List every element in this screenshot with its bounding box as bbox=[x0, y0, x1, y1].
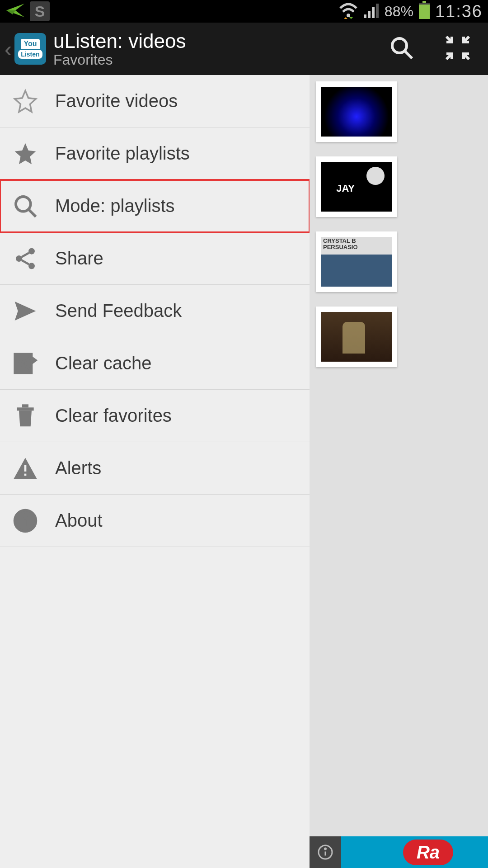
s-app-icon: S bbox=[30, 1, 50, 21]
svg-point-21 bbox=[16, 255, 22, 262]
menu-label: Send Feedback bbox=[55, 301, 182, 321]
svg-rect-11 bbox=[419, 5, 430, 19]
battery-percent: 88% bbox=[385, 3, 413, 20]
svg-point-35 bbox=[24, 514, 27, 517]
menu-label: Clear cache bbox=[55, 353, 151, 373]
star-icon bbox=[13, 141, 48, 166]
svg-point-22 bbox=[28, 263, 35, 269]
video-card[interactable] bbox=[316, 156, 397, 217]
svg-point-12 bbox=[392, 38, 407, 53]
content-area: Favorite videos Favorite playlists Mode:… bbox=[0, 75, 488, 868]
svg-rect-32 bbox=[24, 473, 27, 476]
share-icon bbox=[13, 246, 48, 271]
menu-label: Favorite videos bbox=[55, 91, 178, 111]
svg-rect-9 bbox=[422, 1, 426, 3]
battery-icon bbox=[418, 1, 431, 22]
thumbnail-image bbox=[321, 312, 392, 362]
ad-info-icon[interactable] bbox=[310, 836, 341, 868]
svg-marker-3 bbox=[344, 17, 347, 19]
paper-plane-icon bbox=[5, 3, 25, 20]
menu-clear-cache[interactable]: Clear cache bbox=[0, 337, 310, 390]
page-subtitle: Favorites bbox=[53, 52, 389, 68]
status-bar: S 88% 11:36 bbox=[0, 0, 488, 23]
thumbnail-image bbox=[321, 162, 392, 212]
drawer-menu: Favorite videos Favorite playlists Mode:… bbox=[0, 75, 310, 868]
svg-point-20 bbox=[28, 248, 35, 254]
menu-share[interactable]: Share bbox=[0, 232, 310, 285]
svg-rect-8 bbox=[376, 4, 379, 18]
svg-line-13 bbox=[405, 51, 412, 58]
back-icon[interactable]: ‹ bbox=[5, 37, 14, 61]
video-card[interactable] bbox=[316, 81, 397, 142]
menu-favorite-playlists[interactable]: Favorite playlists bbox=[0, 127, 310, 180]
collapse-icon[interactable] bbox=[446, 36, 470, 62]
scissors-icon bbox=[13, 351, 48, 376]
svg-line-23 bbox=[22, 253, 29, 257]
thumbnail-image bbox=[321, 87, 392, 137]
action-bar: ‹ You Listen uListen: videos Favorites bbox=[0, 23, 488, 75]
menu-label: Alerts bbox=[55, 458, 101, 478]
svg-point-26 bbox=[19, 361, 23, 365]
menu-label: Clear favorites bbox=[55, 406, 172, 426]
video-thumbnails-column: Ra bbox=[310, 75, 488, 868]
svg-rect-6 bbox=[368, 11, 371, 18]
menu-send-feedback[interactable]: Send Feedback bbox=[0, 285, 310, 337]
svg-marker-1 bbox=[6, 10, 15, 14]
ad-banner[interactable]: Ra bbox=[310, 836, 488, 868]
menu-label: Mode: playlists bbox=[55, 196, 175, 216]
svg-point-38 bbox=[325, 848, 326, 849]
search-icon bbox=[13, 193, 48, 219]
svg-rect-7 bbox=[372, 7, 375, 18]
menu-about[interactable]: About bbox=[0, 495, 310, 547]
menu-label: Favorite playlists bbox=[55, 143, 190, 164]
app-icon[interactable]: You Listen bbox=[14, 33, 46, 65]
send-icon bbox=[13, 298, 48, 324]
menu-favorite-videos[interactable]: Favorite videos bbox=[0, 75, 310, 127]
menu-mode-playlists[interactable]: Mode: playlists bbox=[0, 180, 310, 232]
page-title: uListen: videos bbox=[53, 30, 389, 52]
svg-rect-5 bbox=[364, 14, 366, 18]
svg-rect-30 bbox=[22, 404, 28, 407]
svg-rect-31 bbox=[24, 465, 27, 472]
info-icon bbox=[13, 508, 48, 533]
svg-line-24 bbox=[22, 260, 29, 264]
svg-rect-29 bbox=[17, 407, 33, 410]
wifi-icon bbox=[338, 2, 358, 21]
svg-marker-4 bbox=[349, 17, 353, 19]
menu-label: About bbox=[55, 510, 103, 531]
alert-icon bbox=[13, 456, 48, 481]
svg-line-19 bbox=[28, 209, 36, 217]
signal-icon bbox=[363, 2, 380, 21]
ad-text: Ra bbox=[403, 840, 453, 865]
trash-icon bbox=[13, 403, 48, 429]
svg-point-2 bbox=[347, 14, 350, 17]
menu-clear-favorites[interactable]: Clear favorites bbox=[0, 390, 310, 442]
clock: 11:36 bbox=[435, 2, 483, 21]
menu-label: Share bbox=[55, 248, 103, 269]
video-card[interactable] bbox=[316, 231, 397, 292]
thumbnail-image bbox=[321, 237, 392, 287]
search-icon[interactable] bbox=[389, 36, 414, 62]
star-outline-icon bbox=[13, 89, 48, 114]
svg-point-18 bbox=[16, 197, 31, 212]
menu-alerts[interactable]: Alerts bbox=[0, 442, 310, 495]
video-card[interactable] bbox=[316, 307, 397, 367]
